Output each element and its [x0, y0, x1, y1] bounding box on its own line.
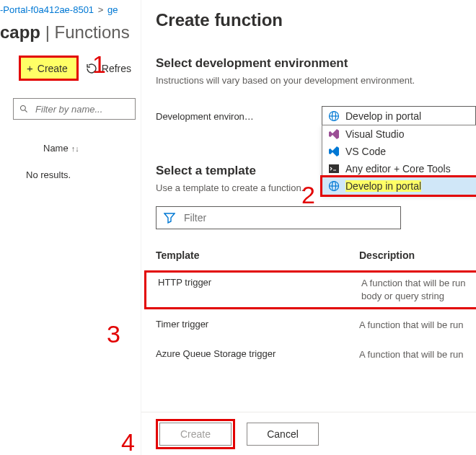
template-header-row: Template Description — [156, 249, 476, 261]
template-desc: A function that will be run — [359, 319, 476, 332]
highlight-box: Create — [156, 419, 235, 449]
template-filter[interactable] — [156, 206, 401, 229]
template-row-timer-trigger[interactable]: Timer trigger A function that will be ru… — [156, 314, 476, 336]
template-desc: A function that will be run body or quer… — [361, 277, 476, 303]
highlight-box: HTTP trigger A function that will be run… — [144, 270, 476, 309]
template-name: HTTP trigger — [158, 277, 361, 303]
env-option-develop-in-portal[interactable]: Develop in portal — [322, 177, 476, 195]
option-label: VS Code — [345, 146, 386, 157]
cancel-button[interactable]: Cancel — [247, 423, 319, 446]
dropdown-list: Visual Studio VS Code Any editor + Core … — [322, 125, 476, 195]
col-description: Description — [359, 249, 415, 261]
env-dropdown[interactable]: Develop in portal Visual Studio VS Code … — [322, 106, 476, 126]
env-option-visual-studio[interactable]: Visual Studio — [322, 125, 476, 143]
create-submit-button[interactable]: Create — [159, 423, 232, 446]
toolbar: + Create Refres — [19, 56, 141, 81]
refresh-button[interactable]: Refres — [86, 63, 131, 74]
env-label: Development environ… — [156, 111, 322, 122]
functions-panel: -Portal-f0a412ae-8501 > ge capp | Functi… — [0, 0, 141, 455]
create-function-blade: Create function Select development envir… — [141, 0, 476, 455]
blade-title: Create function — [156, 10, 476, 30]
page-title: capp | Functions — [0, 22, 141, 43]
vscode-icon — [328, 146, 340, 157]
filter-input[interactable] — [34, 103, 129, 115]
column-header-name[interactable]: Name ↑↓ — [43, 143, 141, 154]
dropdown-trigger[interactable]: Develop in portal — [322, 106, 476, 126]
option-label: Any editor + Core Tools — [345, 163, 451, 175]
blade-footer: Create Cancel — [141, 412, 476, 455]
page-title-main: capp — [0, 22, 40, 42]
breadcrumb-item[interactable]: -Portal-f0a412ae-8501 — [0, 4, 94, 15]
env-subtext: Instructions will vary based on your dev… — [156, 75, 476, 86]
template-desc: A function that will be run — [359, 348, 476, 361]
globe-icon — [328, 110, 340, 122]
highlight-box: + Create — [19, 56, 79, 81]
filter-icon — [164, 212, 175, 224]
env-heading: Select development environment — [156, 56, 476, 71]
create-button-label: Create — [38, 63, 68, 74]
visual-studio-icon — [328, 128, 340, 140]
page-title-sep: | — [40, 22, 55, 42]
svg-point-0 — [21, 105, 26, 110]
template-filter-input[interactable] — [182, 211, 393, 224]
empty-state: No results. — [26, 169, 141, 180]
option-label: Visual Studio — [345, 128, 404, 140]
refresh-label: Refres — [102, 63, 131, 74]
create-button[interactable]: + Create — [22, 59, 75, 77]
dropdown-value: Develop in portal — [345, 110, 421, 122]
breadcrumb-item[interactable]: ge — [107, 4, 118, 15]
template-name: Timer trigger — [156, 319, 359, 332]
template-name: Azure Queue Storage trigger — [156, 348, 359, 361]
option-label: Develop in portal — [345, 180, 421, 192]
filter-by-name[interactable] — [13, 98, 136, 120]
env-field-row: Development environ… Develop in portal V… — [156, 106, 476, 126]
chevron-right-icon: > — [98, 4, 104, 15]
terminal-icon — [328, 163, 340, 175]
env-option-vs-code[interactable]: VS Code — [322, 143, 476, 160]
breadcrumb: -Portal-f0a412ae-8501 > ge — [0, 0, 141, 18]
template-row-http-trigger[interactable]: HTTP trigger A function that will be run… — [158, 277, 476, 303]
template-row-queue-trigger[interactable]: Azure Queue Storage trigger A function t… — [156, 344, 476, 366]
plus-icon: + — [27, 62, 33, 74]
sort-icon: ↑↓ — [71, 144, 79, 153]
search-icon — [19, 104, 28, 114]
page-title-sub: Functions — [55, 22, 130, 42]
globe-icon — [328, 180, 340, 192]
col-template: Template — [156, 249, 359, 261]
highlight-box: Develop in portal — [320, 175, 476, 197]
refresh-icon — [86, 63, 97, 74]
svg-rect-5 — [329, 164, 339, 173]
col-name-label: Name — [43, 143, 69, 154]
svg-line-1 — [25, 110, 27, 112]
